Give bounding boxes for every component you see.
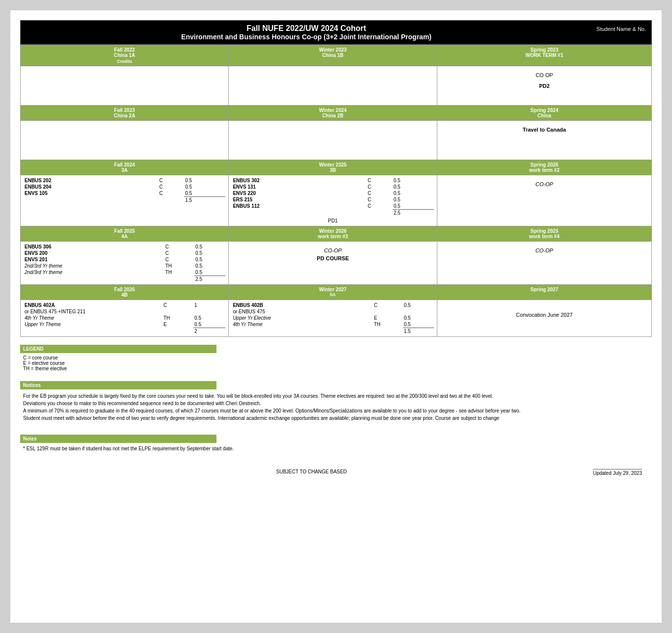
course-type: C: [367, 190, 393, 196]
course-name: ENBUS 302: [232, 177, 367, 184]
row3-winter-courses: ENBUS 302 C 0.5 ENVS 131 C 0.5 ENVS 220 …: [232, 177, 433, 224]
table-row: ERS 215 C 0.5: [232, 196, 433, 203]
table-row: ENVS 131 C 0.5: [232, 184, 433, 190]
course-type: C: [164, 256, 194, 263]
notices-section: Notices For the EB program your schedule…: [20, 381, 652, 425]
table-row: or ENBUS 475 +INTEG 211: [24, 308, 225, 315]
row5-fall-cell: ENBUS 402A C 1 or ENBUS 475 +INTEG 211 4…: [21, 300, 229, 337]
course-name: or ENBUS 475 +INTEG 211: [24, 308, 225, 315]
row3-winter-total: 2.5: [393, 210, 434, 217]
course-name: Upper Yr Elective: [232, 315, 373, 321]
course-name: ERS 215: [232, 196, 367, 203]
row4-fall-courses: ENBUS 306 C 0.5 ENVS 200 C 0.5 ENVS 201 …: [24, 244, 225, 282]
course-credit: 0.5: [194, 250, 225, 256]
row3-spring-header: Spring 2026 work term #2: [437, 160, 651, 175]
row2-spring-header: Spring 2024 China: [437, 106, 651, 121]
notices-header: Notices: [20, 381, 216, 389]
row5-fall-total: 2: [193, 328, 225, 335]
row2-headers: Fall 2023 China 2A Winter 2024 China 2B …: [21, 106, 652, 121]
course-name: ENBUS 402B: [232, 302, 373, 308]
course-name: ENBUS 402A: [24, 302, 162, 308]
notes-header: Notes: [20, 435, 216, 443]
notes-section: Notes * ESL 129R must be taken if studen…: [20, 435, 652, 454]
row2-winter-header: Winter 2024 China 2B: [229, 106, 437, 121]
row3-winter-header: Winter 2025 3B: [229, 160, 437, 175]
row2-content: Travel to Canada: [21, 121, 652, 160]
course-credit: 0.5: [194, 263, 225, 269]
row3-fall-total: 1.5: [184, 197, 225, 204]
course-name: 4th Yr Theme: [24, 315, 162, 321]
course-type: C: [159, 177, 185, 184]
page: Fall NUFE 2022/UW 2024 Cohort Environmen…: [10, 10, 662, 623]
row3-winter-cell: ENBUS 302 C 0.5 ENVS 131 C 0.5 ENVS 220 …: [229, 175, 437, 226]
row5-spring-cell: Convocation June 2027: [437, 300, 651, 337]
row3-fall-header: Fall 2024 3A: [21, 160, 229, 175]
course-credit: 0.5: [193, 321, 225, 328]
row5-winter-total: 1.5: [403, 328, 434, 335]
course-credit: 0.5: [193, 315, 225, 321]
course-credit: 0.5: [194, 244, 225, 250]
course-name: ENVS 201: [24, 256, 164, 263]
row4-spring-cell: CO-OP: [437, 242, 651, 285]
course-credit: 0.5: [403, 302, 434, 308]
table-row: ENBUS 202 C 0.5: [24, 177, 225, 184]
course-credit: 0.5: [184, 177, 225, 184]
course-name: ENBUS 202: [24, 177, 159, 184]
table-row: 2nd/3rd Yr theme TH 0.5: [24, 269, 225, 276]
table-row: ENVS 200 C 0.5: [24, 250, 225, 256]
table-row: ENBUS 402B C 0.5: [232, 302, 433, 308]
course-type: TH: [373, 321, 403, 328]
footer-right: Updated July 29, 2023: [593, 469, 642, 476]
row4-fall-header: Fall 2025 4A: [21, 226, 229, 242]
course-name: ENVS 131: [232, 184, 367, 190]
course-credit: 0.5: [393, 190, 434, 196]
course-type: C: [164, 244, 194, 250]
row4-fall-cell: ENBUS 306 C 0.5 ENVS 200 C 0.5 ENVS 201 …: [21, 242, 229, 285]
row1-content: CO OP PD2: [21, 66, 652, 106]
row3-spring-coop: CO-OP: [440, 181, 648, 187]
row2-winter-cell: [229, 121, 437, 160]
header-title1: Fall NUFE 2022/UW 2024 Cohort: [246, 24, 366, 33]
row1-spring-header: Spring 2023 WORK TERM #1: [437, 45, 651, 66]
header-student: Student Name & No.: [596, 24, 646, 32]
legend-content: C = core course E = elective course TH =…: [20, 353, 652, 373]
table-row: ENVS 201 C 0.5: [24, 256, 225, 263]
table-row: ENBUS 204 C 0.5: [24, 184, 225, 190]
row4-headers: Fall 2025 4A Winter 2026 work term #3 Sp…: [21, 226, 652, 242]
course-type: C: [164, 250, 194, 256]
row3-fall-courses: ENBUS 202 C 0.5 ENBUS 204 C 0.5 ENVS 105…: [24, 177, 225, 203]
header-top-left: Fall NUFE 2022/UW 2024 Cohort Environmen…: [26, 24, 587, 41]
course-name: ENBUS 306: [24, 244, 164, 250]
footer-center: SUBJECT TO CHANGE BASED: [276, 469, 347, 476]
course-credit: 0.5: [393, 203, 434, 210]
course-credit: 0.5: [403, 315, 434, 321]
legend-header: LEGEND: [20, 345, 216, 353]
table-row: Upper Yr Theme E 0.5: [24, 321, 225, 328]
row3-spring-cell: CO-OP: [437, 175, 651, 226]
table-row: ENVS 105 C 0.5: [24, 190, 225, 197]
row4-spring-header: Spring 2025 work term #4: [437, 226, 651, 242]
course-name: 4th Yr Theme: [232, 321, 373, 328]
legend-item: E = elective course: [23, 360, 649, 366]
table-row: 4th Yr Theme TH 0.5: [232, 321, 433, 328]
course-name: ENVS 105: [24, 190, 159, 197]
row4-spring-coop: CO-OP: [440, 248, 648, 253]
table-row: ENBUS 306 C 0.5: [24, 244, 225, 250]
main-schedule-table: Fall 2022 China 1A Credits Winter 2023 C…: [20, 45, 652, 337]
course-type: TH: [162, 315, 193, 321]
notice-line: Deviations you choose to make to this re…: [23, 400, 649, 407]
row2-spring-cell: Travel to Canada: [437, 121, 651, 160]
table-row: 4th Yr Theme TH 0.5: [24, 315, 225, 321]
table-row: 2nd/3rd Yr theme TH 0.5: [24, 263, 225, 269]
row5-headers: Fall 2026 4B Winter 2027 5A Spring 2027: [21, 285, 652, 300]
legend-item: TH = theme elective: [23, 366, 649, 371]
course-type: C: [367, 184, 393, 190]
header-title2: Environment and Business Honours Co-op (…: [181, 33, 431, 41]
row1-fall-cell: [21, 66, 229, 106]
header-box: Fall NUFE 2022/UW 2024 Cohort Environmen…: [20, 20, 652, 45]
row1-winter-cell: [229, 66, 437, 106]
course-type: C: [367, 196, 393, 203]
course-name: ENBUS 204: [24, 184, 159, 190]
course-name: 2nd/3rd Yr theme: [24, 263, 164, 269]
row3-winter-pd: PD1: [232, 216, 433, 224]
